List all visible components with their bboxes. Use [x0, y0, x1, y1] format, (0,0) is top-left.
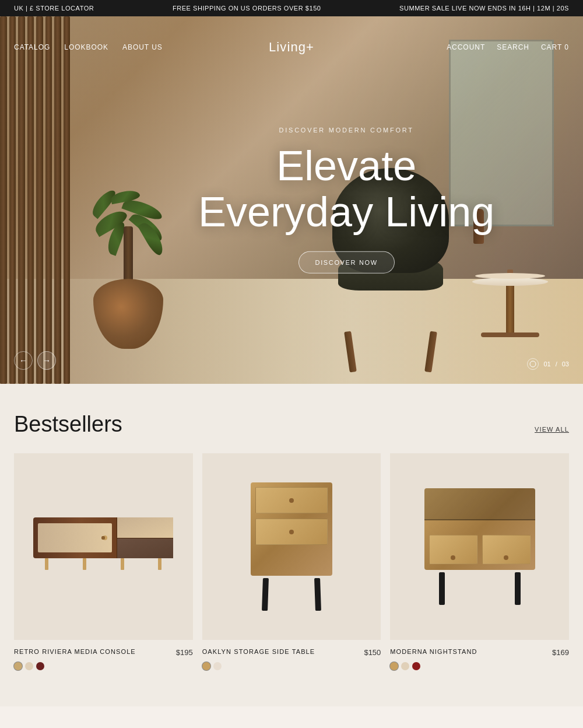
ns-drawer-row	[429, 535, 531, 564]
product-info-2: OAKLYN STORAGE SIDE TABLE $150	[202, 640, 381, 678]
hero-title-line1: Elevate	[276, 142, 416, 189]
color-swatches-3	[390, 662, 569, 670]
section-title: Bestsellers	[14, 412, 122, 437]
nav-left: CATALOG LOOKBOOK ABOUT US	[14, 43, 163, 51]
carousel-next-button[interactable]: →	[37, 351, 56, 370]
mc-legs	[33, 558, 173, 570]
product-name-3: MODERNA NIGHTSTAND	[390, 648, 477, 655]
ns-leg-right	[515, 572, 521, 605]
nav-cart[interactable]: CART 0	[541, 43, 569, 51]
product-name-1: RETRO RIVIERA MEDIA CONSOLE	[14, 648, 136, 655]
mc-leg	[45, 558, 48, 570]
color-swatches-1	[14, 662, 193, 670]
table-leg	[506, 286, 514, 332]
hero-content: DISCOVER MODERN COMFORT Elevate Everyday…	[198, 127, 494, 274]
navbar: CATALOG LOOKBOOK ABOUT US Living+ ACCOUN…	[0, 36, 583, 58]
mc-drawer-top	[117, 517, 173, 538]
table-base	[481, 332, 539, 337]
storage-table-illustration	[245, 482, 338, 611]
nav-search[interactable]: SEARCH	[497, 43, 529, 51]
svg-point-0	[530, 361, 536, 367]
ns-drawer-1	[429, 535, 477, 564]
product-card-2: OAKLYN STORAGE SIDE TABLE $150	[202, 453, 381, 678]
st-leg-left	[262, 578, 269, 611]
swatch-3-1[interactable]	[390, 662, 398, 670]
swatch-1-2[interactable]	[25, 662, 33, 670]
ns-drawer-2	[482, 535, 531, 564]
product-meta-2: OAKLYN STORAGE SIDE TABLE $150	[202, 648, 381, 657]
nav-account[interactable]: ACCOUNT	[447, 43, 485, 51]
announcement-left: UK | £ STORE LOCATOR	[14, 5, 94, 12]
carousel-dot-icon	[527, 358, 539, 370]
mc-body	[33, 517, 173, 558]
nightstand-illustration	[422, 488, 538, 605]
ns-knob	[451, 555, 455, 560]
side-table-decoration	[472, 270, 548, 337]
product-name-2: OAKLYN STORAGE SIDE TABLE	[202, 648, 315, 655]
ns-leg-left	[439, 572, 445, 605]
slide-total: 03	[562, 360, 569, 368]
ns-legs	[439, 570, 521, 605]
mc-leg	[83, 558, 86, 570]
st-legs	[262, 576, 321, 611]
nav-about[interactable]: ABOUT US	[122, 43, 163, 51]
announcement-bar: UK | £ STORE LOCATOR FREE SHIPPING ON US…	[0, 0, 583, 16]
st-knob	[289, 530, 294, 534]
swatch-2-1[interactable]	[202, 662, 210, 670]
hero-section: CATALOG LOOKBOOK ABOUT US Living+ ACCOUN…	[0, 16, 583, 384]
table-top	[472, 278, 548, 286]
product-card-3: MODERNA NIGHTSTAND $169	[390, 453, 569, 678]
color-swatches-2	[202, 662, 381, 670]
product-price-1: $195	[176, 648, 193, 657]
swatch-1-1[interactable]	[14, 662, 22, 670]
st-body	[251, 482, 332, 576]
st-leg-right	[314, 578, 321, 611]
product-card-1: RETRO RIVIERA MEDIA CONSOLE $195	[14, 453, 193, 678]
carousel-prev-button[interactable]: ←	[14, 351, 33, 370]
hero-title: Elevate Everyday Living	[198, 143, 494, 235]
swatch-1-3[interactable]	[36, 662, 44, 670]
nav-right: ACCOUNT SEARCH CART 0	[447, 43, 569, 51]
product-info-1: RETRO RIVIERA MEDIA CONSOLE $195	[14, 640, 193, 678]
hero-title-line2: Everyday Living	[198, 188, 494, 235]
media-console-illustration	[33, 517, 173, 576]
logo[interactable]: Living+	[269, 40, 314, 55]
product-meta-3: MODERNA NIGHTSTAND $169	[390, 648, 569, 657]
product-image-1[interactable]	[14, 453, 193, 640]
mc-drawer-bottom	[117, 538, 173, 559]
mc-leg	[121, 558, 124, 570]
ns-knob	[504, 555, 508, 560]
st-drawer-2	[255, 519, 328, 545]
hero-tagline: DISCOVER MODERN COMFORT	[198, 127, 494, 134]
ns-shelf	[424, 488, 535, 520]
product-image-3[interactable]	[390, 453, 569, 640]
mc-right	[117, 517, 173, 558]
section-header: Bestsellers VIEW ALL	[14, 412, 569, 437]
ns-body	[424, 488, 535, 570]
products-grid: RETRO RIVIERA MEDIA CONSOLE $195	[14, 453, 569, 678]
slide-current: 01	[543, 360, 550, 368]
announcement-center: FREE SHIPPING ON US ORDERS OVER $150	[173, 5, 321, 12]
hero-cta-button[interactable]: DISCOVER NOW	[298, 251, 395, 274]
swatch-3-2[interactable]	[401, 662, 409, 670]
swatch-3-3[interactable]	[412, 662, 420, 670]
swatch-2-2[interactable]	[213, 662, 222, 670]
announcement-right: SUMMER SALE LIVE NOW ENDS IN 16H | 12M |…	[399, 5, 569, 12]
st-knob	[289, 498, 294, 503]
nav-lookbook[interactable]: LOOKBOOK	[64, 43, 108, 51]
mc-leg	[158, 558, 161, 570]
bestsellers-section: Bestsellers VIEW ALL	[0, 384, 583, 706]
product-price-2: $150	[364, 648, 381, 657]
view-all-link[interactable]: VIEW ALL	[535, 426, 569, 433]
st-drawer-1	[255, 487, 328, 513]
product-info-3: MODERNA NIGHTSTAND $169	[390, 640, 569, 678]
product-image-2[interactable]	[202, 453, 381, 640]
carousel-indicators: 01 / 03	[527, 358, 569, 370]
product-price-3: $169	[552, 648, 569, 657]
slide-separator: /	[556, 360, 557, 368]
chair-legs	[338, 290, 443, 331]
nav-catalog[interactable]: CATALOG	[14, 43, 50, 51]
product-meta-1: RETRO RIVIERA MEDIA CONSOLE $195	[14, 648, 193, 657]
